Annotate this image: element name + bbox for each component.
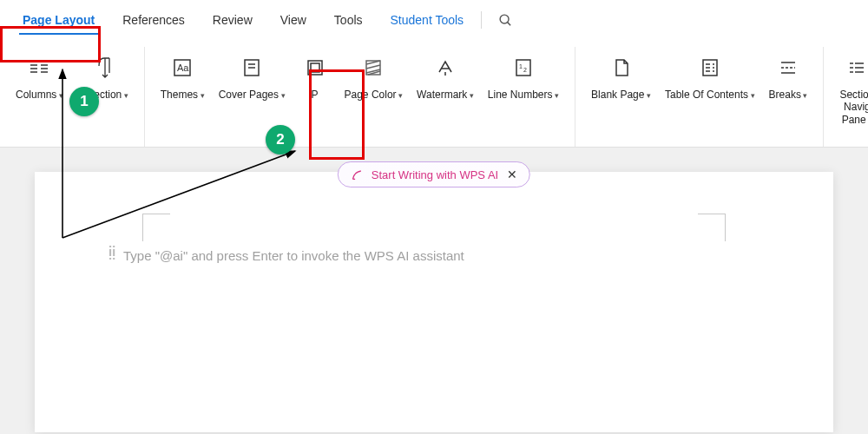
- section-nav-icon: [841, 52, 868, 83]
- table-of-contents-button[interactable]: Table Of Contents ▾: [658, 47, 762, 101]
- tab-references[interactable]: References: [108, 0, 199, 40]
- svg-text:2: 2: [523, 67, 527, 73]
- chevron-down-icon: ▾: [553, 91, 560, 100]
- themes-label: Themes: [161, 89, 198, 101]
- watermark-button[interactable]: Watermark ▾: [410, 47, 481, 101]
- columns-button[interactable]: Columns ▾: [9, 47, 70, 101]
- cover-pages-label: Cover Pages: [219, 89, 279, 101]
- drag-handle-icon[interactable]: ⠿⠿: [108, 248, 115, 259]
- toc-icon: [694, 52, 726, 83]
- page-color-button[interactable]: Page Color ▾: [338, 47, 411, 101]
- chevron-down-icon: ▾: [801, 91, 808, 100]
- toc-label: Table Of Contents: [665, 89, 748, 101]
- ribbon-tabstrip: Page Layout References Review View Tools…: [0, 0, 868, 40]
- svg-line-1: [507, 22, 510, 25]
- chevron-down-icon: ▾: [644, 91, 651, 100]
- tab-tools[interactable]: Tools: [320, 0, 377, 40]
- svg-text:Aa: Aa: [177, 62, 189, 73]
- ai-pen-icon: [351, 168, 365, 181]
- themes-icon: Aa: [167, 52, 198, 83]
- chevron-down-icon: ▾: [397, 91, 404, 100]
- document-area: Start Writing with WPS AI ✕ ⠿⠿ Type "@ai…: [0, 148, 868, 432]
- tab-view[interactable]: View: [266, 0, 320, 40]
- close-icon[interactable]: ✕: [507, 168, 517, 181]
- section-nav-pane-button[interactable]: Section Navig Pane ▾: [832, 47, 868, 126]
- blank-page-icon: [606, 52, 637, 83]
- svg-rect-16: [311, 63, 319, 72]
- chevron-down-icon: ▾: [279, 91, 286, 100]
- annotation-marker-1: 1: [69, 87, 99, 116]
- breaks-button[interactable]: Breaks ▾: [762, 47, 815, 101]
- chevron-down-icon: ▾: [56, 91, 63, 100]
- chevron-down-icon: ▾: [748, 91, 755, 100]
- line-numbers-label: Line Numbers: [488, 89, 553, 101]
- cover-pages-button[interactable]: Cover Pages ▾: [212, 47, 293, 101]
- blank-page-label: Blank Page: [591, 89, 644, 101]
- svg-point-0: [500, 15, 509, 23]
- tab-separator: [481, 11, 482, 29]
- editor-placeholder: Type "@ai" and press Enter to invoke the…: [123, 203, 797, 263]
- document-page[interactable]: Start Writing with WPS AI ✕ ⠿⠿ Type "@ai…: [35, 172, 833, 432]
- page-color-label: Page Color: [345, 89, 397, 101]
- search-icon[interactable]: [496, 10, 515, 30]
- margin-corner-tr: [698, 214, 726, 241]
- page-color-icon: [358, 52, 389, 83]
- ribbon-toolbar: Columns ▾ Direction ▾ Aa Themes ▾ Cover …: [0, 40, 868, 148]
- breaks-label: Breaks: [769, 89, 801, 101]
- direction-icon: [89, 52, 120, 83]
- annotation-marker-2: 2: [266, 125, 295, 155]
- page-border-label: P: [312, 89, 319, 101]
- ai-start-writing-pill[interactable]: Start Writing with WPS AI ✕: [338, 161, 530, 187]
- chevron-down-icon: ▾: [198, 91, 205, 100]
- chevron-down-icon: ▾: [122, 91, 128, 100]
- tab-student-tools[interactable]: Student Tools: [377, 0, 478, 40]
- breaks-icon: [773, 52, 804, 83]
- ai-pill-text: Start Writing with WPS AI: [372, 168, 498, 181]
- section-nav-label: Section Navig Pane: [839, 89, 868, 126]
- tab-page-layout[interactable]: Page Layout: [9, 0, 108, 40]
- watermark-icon: [430, 52, 461, 83]
- page-border-icon: [299, 52, 331, 83]
- svg-line-19: [366, 65, 380, 69]
- margin-corner-tl: [142, 214, 170, 241]
- svg-text:1: 1: [519, 63, 523, 69]
- columns-label: Columns: [16, 89, 56, 101]
- cover-pages-icon: [236, 52, 267, 83]
- themes-button[interactable]: Aa Themes ▾: [154, 47, 212, 101]
- columns-icon: [23, 52, 55, 83]
- chevron-down-icon: ▾: [467, 91, 474, 100]
- tab-review[interactable]: Review: [199, 0, 266, 40]
- line-numbers-button[interactable]: 12 Line Numbers ▾: [481, 47, 566, 101]
- blank-page-button[interactable]: Blank Page ▾: [584, 47, 658, 101]
- page-borders-button[interactable]: P: [293, 47, 338, 101]
- line-numbers-icon: 12: [508, 52, 539, 83]
- watermark-label: Watermark: [417, 89, 467, 101]
